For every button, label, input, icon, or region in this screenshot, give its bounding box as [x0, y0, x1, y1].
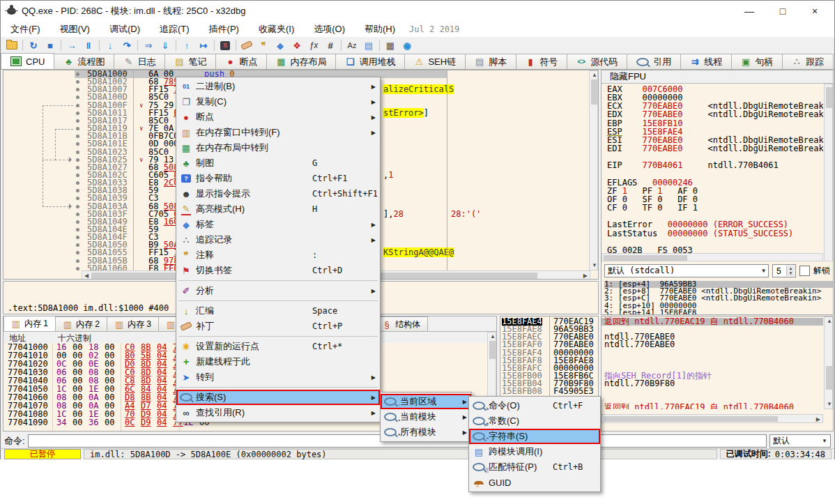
stack-address[interactable]: 15E8FB08: [502, 388, 542, 395]
fx-functions-button[interactable]: ƒx: [305, 38, 322, 52]
breakpoint-dot[interactable]: [76, 166, 79, 169]
comments-hscrollbar[interactable]: ▶: [602, 414, 823, 423]
breakpoint-dot[interactable]: [76, 104, 79, 107]
menu-item-copy[interactable]: ❐复制(C)▶: [176, 94, 380, 109]
dump-address[interactable]: 77041090: [8, 418, 48, 427]
menu-item-binary[interactable]: 01二进制(B)▶: [176, 79, 380, 94]
breakpoint-dot[interactable]: [76, 88, 79, 91]
step-out-button[interactable]: ⇓: [157, 38, 174, 52]
tab-graph[interactable]: ♣流程图: [54, 54, 114, 69]
tab-trace[interactable]: ∴跟踪: [782, 54, 834, 69]
hash-window-button[interactable]: #: [322, 38, 339, 52]
breakpoint-dot[interactable]: [76, 174, 79, 177]
menu-item-highlight[interactable]: ✎高亮模式(H)H: [176, 201, 380, 217]
dump-byte[interactable]: 00: [105, 418, 114, 427]
menu-item-trace[interactable]: ∴追踪记录▶: [176, 232, 380, 247]
dump-tab-memory-window[interactable]: ▥内存 2: [55, 316, 107, 331]
dump-byte[interactable]: 00: [72, 418, 82, 427]
menu-item-comment[interactable]: ❞注释:: [176, 247, 380, 263]
menu-item-tip[interactable]: ☻显示指令提示Ctrl+Shift+F1: [176, 186, 380, 201]
tab-call-stack[interactable]: ❏调用堆栈: [335, 54, 405, 69]
arguments-list[interactable]: 1: [esp+4] 96A59BB32: [esp+8] 770EABE0 <…: [602, 280, 833, 315]
run-button[interactable]: →: [63, 38, 80, 52]
pause-button[interactable]: ‖: [80, 38, 97, 52]
menu-item-findref[interactable]: ∞查找引用(R)▶: [176, 405, 380, 420]
menu-item-graph[interactable]: ♣制图G: [176, 155, 380, 171]
menu-item-mag-pattern[interactable]: ▒匹配特征(P)Ctrl+B: [469, 459, 600, 475]
dump-tab-memory-window[interactable]: ▥内存 3: [107, 316, 159, 331]
menubar-item[interactable]: 插件(P): [199, 22, 249, 37]
stack-comment-row[interactable]: 返回到 ntdll.770EAC19 自 ntdll.770B4060: [604, 404, 794, 409]
menu-item-breakpoint[interactable]: ●断点▶: [176, 109, 380, 125]
menu-item-intermodular[interactable]: ▤跨模块调用(I): [469, 444, 600, 459]
comments-vscrollbar[interactable]: ▲ ▼: [824, 316, 833, 409]
breakpoint-dot[interactable]: [76, 259, 79, 263]
tab-log[interactable]: ✎日志: [114, 54, 165, 69]
register-line[interactable]: EIP 770B4061 ntdll.770B4061: [607, 161, 779, 169]
breakpoint-dot[interactable]: [76, 80, 79, 84]
argument-row[interactable]: 5: [esp+14] 15E8FAE8: [604, 310, 833, 315]
stack-comment-row[interactable]: ntdll.770B9F80: [604, 380, 675, 388]
scroll-up-icon[interactable]: ▲: [592, 72, 597, 78]
dump-byte-pointer[interactable]: 04: [157, 418, 167, 427]
tab-script[interactable]: ▤脚本: [465, 54, 516, 69]
breakpoint-dot[interactable]: [76, 96, 79, 99]
menubar-item[interactable]: 调试(D): [100, 22, 150, 37]
menu-item-newthread[interactable]: +新建线程于此: [176, 354, 380, 369]
execute-till-return-button[interactable]: ↑: [178, 38, 195, 52]
menu-item-mag-module[interactable]: ▪当前模块▶: [381, 409, 471, 425]
registers-panel[interactable]: 隐藏FPU EAX 007C6000EBX 00000000ECX 770EAB…: [601, 70, 834, 315]
tab-notes[interactable]: ▤笔记: [164, 54, 216, 69]
breakpoint-dot[interactable]: [76, 220, 79, 224]
label-button[interactable]: ◆: [272, 38, 289, 52]
menu-item-patch[interactable]: 补丁Ctrl+P: [176, 319, 380, 334]
breakpoint-dot[interactable]: [76, 213, 79, 216]
breakpoint-dot[interactable]: [76, 142, 79, 146]
menu-item-mag-all[interactable]: *所有模块▶: [381, 425, 471, 440]
scroll-up-icon[interactable]: ▲: [490, 334, 496, 339]
calculator-button[interactable]: ▦: [382, 38, 399, 52]
menu-item-neworigin[interactable]: ✳设置新的运行点Ctrl+*: [176, 339, 380, 354]
breakpoint-dot[interactable]: [76, 228, 79, 231]
comment-button[interactable]: ❞: [255, 38, 272, 52]
menubar-item[interactable]: 追踪(T): [150, 22, 199, 37]
stepper-arrows-icon[interactable]: ▲▼: [786, 266, 795, 276]
register-line[interactable]: EDI 770EABE0 <ntdll.DbgUiRemoteBreakin>: [607, 144, 823, 153]
tab-symbols[interactable]: ▮符号: [516, 54, 567, 69]
arg-count-stepper[interactable]: 5 ▲▼: [772, 264, 796, 277]
breakpoint-dot[interactable]: [76, 267, 79, 270]
tab-seh[interactable]: ⚠SEH链: [404, 54, 466, 69]
menu-item-mag-str[interactable]: "字符串(S): [469, 429, 600, 444]
breakpoint-dot[interactable]: [76, 251, 79, 254]
scroll-left-icon[interactable]: ◀: [84, 273, 89, 279]
breakpoint-dot[interactable]: [76, 158, 79, 162]
menubar-item[interactable]: 帮助(H): [355, 22, 405, 37]
menubar-item[interactable]: 收藏夹(I): [249, 22, 304, 37]
calling-convention-combo[interactable]: 默认 (stdcall) ▼: [604, 264, 769, 277]
scroll-right-icon[interactable]: ▶: [583, 273, 588, 279]
breakpoint-dot[interactable]: [76, 72, 79, 76]
unlock-checkbox[interactable]: [799, 266, 810, 276]
register-line[interactable]: GS 002B FS 0053: [607, 246, 693, 253]
command-script-combo[interactable]: 默认 ▼: [769, 434, 831, 448]
tab-threads[interactable]: ⇉线程: [680, 54, 732, 69]
scroll-down-icon[interactable]: ▼: [592, 263, 597, 268]
dump-byte[interactable]: 36: [89, 418, 98, 427]
breakpoint-dot[interactable]: [76, 119, 79, 123]
breakpoint-dot[interactable]: [76, 181, 79, 185]
scroll-right-icon[interactable]: ▶: [816, 417, 820, 422]
breakpoint-list-button[interactable]: ❖: [289, 38, 305, 52]
menubar-item[interactable]: 视图(V): [50, 22, 100, 37]
dump-tab-memory-window[interactable]: ▥内存 1: [3, 316, 56, 331]
minimize-button[interactable]: —: [734, 1, 765, 22]
tab-breakpoints[interactable]: ●断点: [215, 54, 267, 69]
breakpoint-dot[interactable]: [76, 135, 79, 138]
stack-comments-panel[interactable]: 返回到 ntdll.770EAC19 自 ntdll.770B4060ntdll…: [601, 316, 834, 432]
source-badge-button[interactable]: S: [217, 38, 233, 52]
assembler-az-button[interactable]: Az: [344, 38, 360, 52]
step-into-button[interactable]: ↓: [102, 38, 118, 52]
disasm-vscrollbar[interactable]: ▲ ▼: [589, 70, 598, 270]
menubar-item[interactable]: 选项(O): [304, 22, 355, 37]
menu-item-bookmark[interactable]: ⚑切换书签Ctrl+D: [176, 263, 380, 278]
open-file-button[interactable]: [3, 38, 20, 52]
